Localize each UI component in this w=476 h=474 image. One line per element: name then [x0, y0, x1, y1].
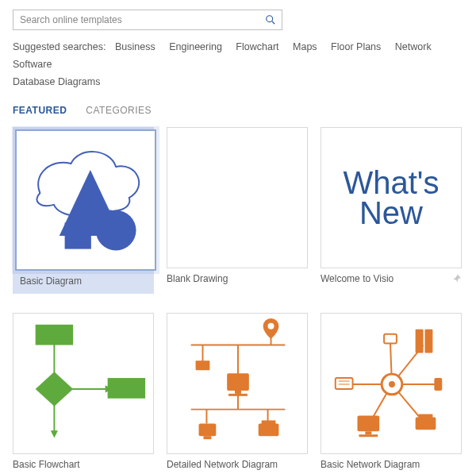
pin-icon[interactable] — [452, 274, 462, 283]
template-caption: Basic Flowchart — [13, 459, 154, 470]
svg-point-0 — [267, 16, 273, 22]
svg-rect-23 — [259, 423, 279, 436]
template-label: Basic Flowchart — [13, 459, 80, 470]
search-icon — [265, 14, 276, 25]
svg-rect-4 — [65, 222, 91, 249]
svg-point-3 — [96, 210, 136, 251]
suggested-link-floorplans[interactable]: Floor Plans — [331, 41, 381, 52]
template-caption: Detailed Network Diagram — [167, 459, 308, 470]
svg-rect-21 — [199, 423, 217, 436]
tab-categories[interactable]: CATEGORIES — [86, 105, 152, 116]
template-basic-flowchart[interactable]: Basic Flowchart — [13, 313, 154, 470]
template-label: Blank Drawing — [167, 273, 228, 284]
template-label: Detailed Network Diagram — [167, 459, 278, 470]
suggested-row: Suggested searches: Business Engineering… — [13, 38, 463, 91]
template-thumb: What's New — [321, 127, 462, 268]
svg-rect-18 — [227, 373, 249, 391]
basic-network-icon — [321, 313, 461, 454]
template-thumb — [167, 127, 308, 268]
template-thumb — [13, 313, 154, 454]
detailed-network-icon — [167, 313, 307, 454]
template-caption: Basic Network Diagram — [321, 459, 462, 470]
svg-rect-34 — [425, 329, 433, 353]
template-thumb — [167, 313, 308, 454]
svg-rect-24 — [262, 420, 276, 424]
search-button[interactable] — [259, 14, 282, 25]
flowchart-icon — [13, 313, 153, 454]
svg-point-16 — [268, 323, 274, 329]
template-caption: Basic Diagram — [15, 276, 156, 287]
template-detailed-network[interactable]: Detailed Network Diagram — [167, 313, 308, 470]
tab-featured[interactable]: FEATURED — [13, 105, 67, 116]
svg-rect-17 — [196, 360, 210, 370]
svg-rect-37 — [419, 414, 433, 418]
svg-rect-19 — [235, 391, 241, 394]
svg-rect-38 — [357, 416, 379, 432]
svg-rect-7 — [108, 378, 145, 399]
whats-new-line2: New — [344, 198, 440, 228]
suggested-link-network[interactable]: Network — [395, 41, 432, 52]
suggested-link-maps[interactable]: Maps — [293, 41, 317, 52]
svg-marker-6 — [36, 372, 73, 407]
svg-rect-40 — [359, 434, 378, 437]
suggested-link-business[interactable]: Business — [115, 41, 155, 52]
svg-rect-33 — [416, 329, 424, 353]
svg-rect-22 — [203, 436, 211, 439]
svg-rect-5 — [36, 325, 73, 345]
template-thumb — [15, 129, 156, 271]
template-basic-network[interactable]: Basic Network Diagram — [321, 313, 462, 470]
svg-rect-36 — [416, 418, 436, 430]
category-tabs: FEATURED CATEGORIES — [13, 105, 463, 116]
template-caption: Welcome to Visio — [321, 273, 462, 284]
svg-rect-35 — [434, 378, 442, 391]
template-caption: Blank Drawing — [167, 273, 308, 284]
template-label: Basic Diagram — [20, 276, 82, 287]
template-basic-diagram[interactable]: Basic Diagram — [13, 127, 154, 294]
search-box — [13, 10, 282, 30]
svg-rect-39 — [365, 431, 371, 434]
svg-rect-41 — [336, 378, 353, 389]
template-welcome-to-visio[interactable]: What's New Welcome to Visio — [321, 127, 462, 294]
suggested-link-software[interactable]: Software — [13, 59, 52, 70]
template-thumb — [321, 313, 462, 454]
suggested-link-database[interactable]: Database Diagrams — [13, 76, 100, 87]
template-grid: Basic Diagram Blank Drawing What's New W… — [13, 127, 463, 474]
template-blank-drawing[interactable]: Blank Drawing — [167, 127, 308, 294]
whats-new-line1: What's — [344, 168, 440, 198]
start-page: Suggested searches: Business Engineering… — [0, 0, 476, 474]
basic-diagram-icon — [17, 129, 155, 271]
svg-point-32 — [389, 381, 395, 387]
template-label: Welcome to Visio — [321, 273, 393, 284]
search-input[interactable] — [13, 14, 259, 25]
svg-line-1 — [272, 21, 275, 25]
suggested-link-engineering[interactable]: Engineering — [169, 41, 222, 52]
whats-new-text: What's New — [344, 168, 440, 228]
suggested-label: Suggested searches: — [13, 41, 106, 52]
template-label: Basic Network Diagram — [321, 459, 420, 470]
svg-rect-20 — [228, 394, 248, 396]
suggested-link-flowchart[interactable]: Flowchart — [236, 41, 278, 52]
svg-rect-44 — [384, 334, 397, 344]
